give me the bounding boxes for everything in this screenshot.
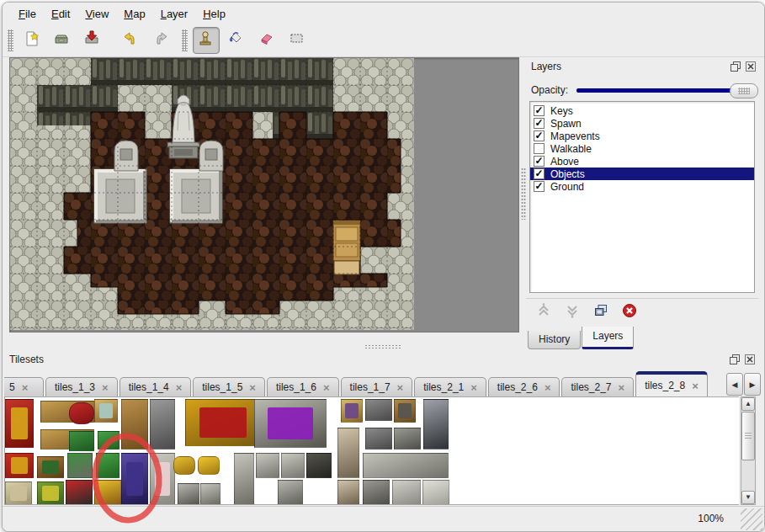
layer-row-mapevents[interactable]: ✓Mapevents xyxy=(530,130,754,142)
tile-rock-mound-2[interactable] xyxy=(200,483,220,505)
merge-layer-button[interactable] xyxy=(590,302,612,322)
menu-map[interactable]: Map xyxy=(116,5,152,23)
tab-close-icon[interactable]: × xyxy=(692,380,699,392)
tileset-tab-tiles_1_4[interactable]: tiles_1_4× xyxy=(120,377,192,396)
menu-help[interactable]: Help xyxy=(195,5,233,23)
raise-layer-button[interactable] xyxy=(533,302,555,322)
undo-button[interactable] xyxy=(118,27,145,54)
stamp-button[interactable] xyxy=(193,27,220,54)
layer-row-ground[interactable]: ✓Ground xyxy=(530,180,754,193)
tile-red-throne[interactable] xyxy=(185,399,261,446)
tileset-tab-tiles_2_6[interactable]: tiles_2_6× xyxy=(488,377,560,396)
tab-scroll-left-button[interactable]: ◀ xyxy=(726,373,743,396)
tile-obelisk-small[interactable] xyxy=(337,480,359,505)
tile-potted-palm[interactable] xyxy=(67,453,93,478)
tile-iron-gate[interactable] xyxy=(150,399,175,450)
tile-hooded-statue-tile[interactable] xyxy=(234,453,254,505)
new-button[interactable] xyxy=(19,27,45,54)
tile-vanity-mirror[interactable] xyxy=(94,399,118,423)
map-canvas[interactable] xyxy=(9,57,519,332)
tile-wall-block-b[interactable] xyxy=(422,480,449,505)
tile-wooden-door[interactable] xyxy=(121,399,148,450)
tile-bed[interactable] xyxy=(150,453,175,505)
layer-checkbox[interactable] xyxy=(534,143,545,154)
fill-button[interactable] xyxy=(223,27,250,54)
tab-close-icon[interactable]: × xyxy=(619,381,625,394)
tab-scroll-right-button[interactable]: ▶ xyxy=(744,373,761,396)
lower-layer-button[interactable] xyxy=(561,302,583,322)
tile-armor-bench-2[interactable] xyxy=(365,428,392,450)
scroll-down-icon[interactable]: ▼ xyxy=(741,491,755,504)
tab-close-icon[interactable]: × xyxy=(545,381,551,394)
layer-row-keys[interactable]: ✓Keys xyxy=(530,104,754,117)
tileset-scrollbar[interactable]: ▲ ▼ xyxy=(741,396,756,505)
tile-purple-throne[interactable] xyxy=(254,399,327,448)
tile-armor-pile[interactable] xyxy=(394,428,421,450)
tab-close-icon[interactable]: × xyxy=(323,381,330,394)
tileset-tab-tiles_2_7[interactable]: tiles_2_7× xyxy=(561,377,634,396)
tile-cushion-bar[interactable] xyxy=(66,480,93,505)
horizontal-splitter-handle[interactable] xyxy=(364,344,401,349)
tile-demon-statue[interactable] xyxy=(306,453,332,478)
tab-close-icon[interactable]: × xyxy=(249,381,256,394)
layer-checkbox[interactable]: ✓ xyxy=(534,105,545,116)
tileset-tab-5[interactable]: 5× xyxy=(4,377,44,396)
tileset-tab-tiles_2_1[interactable]: tiles_2_1× xyxy=(414,377,486,396)
menu-edit[interactable]: Edit xyxy=(44,5,77,23)
scrollbar-thumb[interactable] xyxy=(741,412,755,460)
close-icon[interactable] xyxy=(744,354,756,365)
layer-row-walkable[interactable]: Walkable xyxy=(530,142,754,155)
tab-close-icon[interactable]: × xyxy=(397,381,404,394)
layer-checkbox[interactable]: ✓ xyxy=(534,130,545,141)
layer-checkbox[interactable]: ✓ xyxy=(534,118,545,129)
float-icon[interactable] xyxy=(729,354,741,365)
tileset-tab-tiles_1_5[interactable]: tiles_1_5× xyxy=(193,377,265,396)
opacity-slider-handle[interactable] xyxy=(730,83,758,98)
tile-small-plant[interactable] xyxy=(96,453,120,478)
save-button[interactable] xyxy=(79,27,106,54)
tile-parchment-sign[interactable] xyxy=(5,481,32,505)
opacity-slider[interactable] xyxy=(576,82,758,98)
float-icon[interactable] xyxy=(730,61,741,72)
tile-gold-cross[interactable] xyxy=(94,480,121,505)
menu-file[interactable]: File xyxy=(11,5,44,23)
tile-gold-key[interactable] xyxy=(173,456,195,475)
tileset-tab-tiles_1_3[interactable]: tiles_1_3× xyxy=(45,377,118,396)
tile-purple-door[interactable] xyxy=(121,453,148,505)
tileset-tab-tiles_1_6[interactable]: tiles_1_6× xyxy=(267,377,339,396)
tab-layers[interactable]: Layers xyxy=(582,327,634,349)
eraser-button[interactable] xyxy=(253,27,280,54)
layer-checkbox[interactable]: ✓ xyxy=(534,168,545,179)
tile-gargoyle-right[interactable] xyxy=(281,453,305,478)
tile-pedestal-cup[interactable] xyxy=(278,480,303,505)
tile-wall-block-a[interactable] xyxy=(392,480,421,505)
tile-obelisk[interactable] xyxy=(337,428,359,478)
tab-history[interactable]: History xyxy=(528,331,581,349)
menu-layer[interactable]: Layer xyxy=(153,5,196,23)
tile-rock-mound[interactable] xyxy=(178,483,199,505)
resize-grip-icon[interactable] xyxy=(741,508,762,530)
tile-column-base[interactable] xyxy=(363,480,390,505)
tileset-tab-tiles_2_8[interactable]: tiles_2_8× xyxy=(635,371,708,396)
layer-row-spawn[interactable]: ✓Spawn xyxy=(530,117,754,130)
tile-wooden-box[interactable] xyxy=(394,399,416,423)
tile-king-portrait[interactable] xyxy=(341,399,363,423)
scroll-up-icon[interactable]: ▲ xyxy=(741,397,755,411)
layer-row-objects[interactable]: ✓Objects xyxy=(530,168,754,180)
open-button[interactable] xyxy=(49,27,76,54)
tab-close-icon[interactable]: × xyxy=(470,381,477,394)
tile-green-banner[interactable] xyxy=(37,481,64,505)
tileset-view[interactable] xyxy=(4,396,739,505)
layer-checkbox[interactable]: ✓ xyxy=(534,181,545,192)
select-button[interactable] xyxy=(284,27,311,54)
delete-layer-button[interactable] xyxy=(619,302,640,322)
tile-palm-plant[interactable] xyxy=(69,431,94,451)
tile-leafy-plant[interactable] xyxy=(98,431,120,450)
tab-close-icon[interactable]: × xyxy=(176,381,183,394)
layer-checkbox[interactable]: ✓ xyxy=(534,156,545,167)
close-icon[interactable] xyxy=(745,61,757,72)
tile-knight-armor[interactable] xyxy=(423,399,449,450)
redo-button[interactable] xyxy=(148,27,175,54)
tile-red-cushion[interactable] xyxy=(69,402,94,424)
tile-bookshelf[interactable] xyxy=(37,456,64,478)
